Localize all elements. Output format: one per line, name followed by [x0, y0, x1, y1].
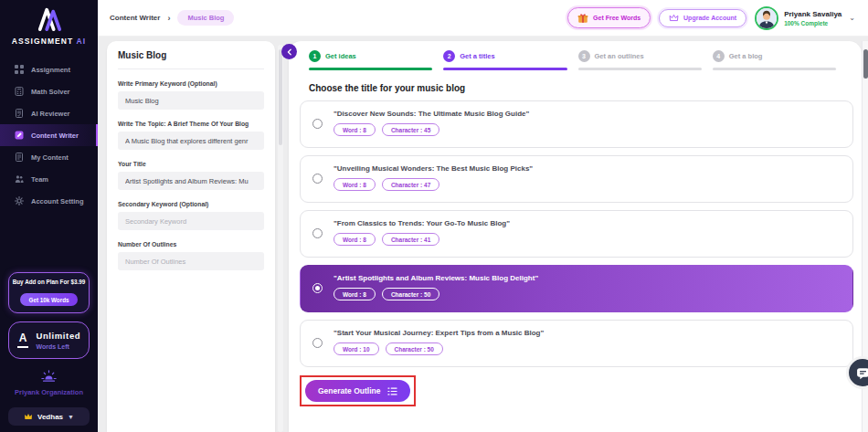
option-radio[interactable]	[312, 119, 323, 129]
chevron-right-icon: ›	[167, 14, 170, 23]
main-column: Content Writer › Music Blog Get Free Wor…	[98, 0, 868, 432]
step-label: Get a blog	[729, 52, 763, 60]
annotation-highlight-box: Generate Outline	[300, 375, 416, 406]
step-progress-bar	[578, 68, 702, 70]
user-avatar	[755, 6, 778, 30]
breadcrumb-music-blog[interactable]: Music Blog	[177, 10, 234, 26]
assignment-icon	[15, 65, 24, 74]
app-logo: ASSIGNMENT AI	[0, 0, 98, 46]
sidebar-item-my-content[interactable]: My Content	[0, 146, 98, 168]
words-left-card: A Unlimited Words Left	[8, 321, 90, 359]
chevron-left-icon	[286, 48, 293, 56]
step-get-outlines[interactable]: 3 Get an outlines	[578, 50, 713, 70]
document-icon	[15, 153, 24, 162]
pen-icon	[15, 131, 24, 140]
blog-form-panel: Music Blog Write Primary Keyword (Option…	[107, 41, 275, 432]
step-get-titles[interactable]: 2 Get a titles	[443, 50, 577, 70]
step-number: 2	[443, 50, 455, 62]
gift-icon	[577, 13, 588, 24]
character-count-badge: Character : 50	[386, 342, 443, 355]
your-title-input[interactable]	[118, 172, 264, 190]
word-count-badge: Word : 8	[333, 178, 376, 191]
sidebar-nav: Assignment Math Solver AI Reviewer Conte…	[0, 58, 98, 212]
top-header: Content Writer › Music Blog Get Free Wor…	[98, 0, 868, 37]
person-avatar-icon	[757, 8, 777, 28]
chat-bubble-icon	[856, 366, 868, 380]
outlines-count-input[interactable]	[118, 252, 264, 270]
title-options-list: "Discover New Sounds: The Ultimate Music…	[289, 100, 862, 367]
user-menu[interactable]: Priyank Savaliya 100% Complete ⌄	[755, 6, 855, 30]
option-radio[interactable]	[312, 228, 323, 238]
breadcrumb-content-writer[interactable]: Content Writer	[110, 14, 160, 22]
crown-icon	[24, 413, 33, 420]
secondary-keyword-input[interactable]	[118, 212, 264, 230]
option-radio[interactable]	[312, 174, 323, 184]
gear-icon	[15, 196, 24, 205]
option-title: "From Classics to Trends: Your Go-To Mus…	[333, 219, 843, 227]
sidebar-item-assignment[interactable]: Assignment	[0, 58, 98, 80]
main-scrollbar-thumb[interactable]	[863, 49, 868, 79]
word-count-badge: Word : 8	[333, 123, 376, 136]
your-title-label: Your Title	[118, 161, 264, 167]
sidebar-item-content-writer[interactable]: Content Writer	[0, 124, 98, 146]
word-count-badge: Word : 10	[333, 342, 379, 355]
get-free-words-button[interactable]: Get Free Words	[567, 7, 651, 28]
word-count-badge: Word : 8	[333, 233, 376, 246]
sidebar-item-label: Account Setting	[31, 197, 84, 205]
people-icon	[15, 174, 24, 184]
upgrade-account-button[interactable]: Upgrade Account	[659, 9, 746, 27]
sidebar: ASSIGNMENT AI Assignment Math Solver AI …	[0, 0, 98, 432]
step-progress-bar	[309, 68, 432, 70]
step-get-ideas[interactable]: 1 Get ideas	[309, 50, 443, 70]
title-option-1[interactable]: "Discover New Sounds: The Ultimate Music…	[300, 100, 853, 148]
profile-progress: 100% Complete	[784, 20, 842, 26]
get-10k-words-button[interactable]: Get 10k Words	[20, 293, 79, 306]
word-count-badge: Word : 8	[333, 288, 376, 300]
addon-plan-title: Buy Add on Plan For $3.99	[12, 279, 86, 285]
secondary-keyword-label: Secondary Keyword (Optional)	[118, 201, 264, 207]
app-root: ASSIGNMENT AI Assignment Math Solver AI …	[0, 0, 868, 432]
option-title: "Discover New Sounds: The Ultimate Music…	[333, 110, 843, 118]
title-option-4-selected[interactable]: "Artist Spotlights and Album Reviews: Mu…	[300, 265, 853, 312]
sidebar-item-label: AI Reviewer	[31, 110, 70, 118]
sidebar-item-account-setting[interactable]: Account Setting	[0, 190, 98, 212]
title-selection-panel: 1 Get ideas 2 Get a titles	[289, 41, 862, 432]
workspace-selector[interactable]: Vedhas ▼	[8, 407, 90, 426]
plan-subtitle: Words Left	[36, 343, 80, 350]
breadcrumb: Content Writer › Music Blog	[110, 10, 234, 26]
calculator-icon	[15, 87, 24, 96]
character-count-badge: Character : 47	[382, 178, 439, 191]
title-option-2[interactable]: "Unveiling Musical Wonders: The Best Mus…	[300, 155, 853, 203]
chevron-down-icon: ⌄	[849, 14, 855, 22]
character-count-badge: Character : 41	[382, 233, 439, 246]
title-option-5[interactable]: "Start Your Musical Journey: Expert Tips…	[300, 320, 853, 367]
user-info: Priyank Savaliya 100% Complete	[784, 10, 842, 26]
option-title: "Unveiling Musical Wonders: The Best Mus…	[333, 164, 843, 173]
sidebar-item-ai-reviewer[interactable]: AI Reviewer	[0, 102, 98, 124]
generate-outline-button[interactable]: Generate Outline	[305, 380, 410, 402]
sunrise-icon	[41, 370, 57, 382]
plan-title: Unlimited	[36, 331, 80, 341]
step-progress-bar	[443, 68, 566, 70]
topic-input[interactable]	[118, 132, 264, 150]
primary-keyword-input[interactable]	[118, 91, 264, 110]
sidebar-item-label: Content Writer	[31, 132, 79, 140]
plan-logo-icon: A	[17, 332, 29, 347]
crown-outline-icon	[669, 14, 679, 22]
option-radio-selected[interactable]	[312, 283, 323, 293]
step-label: Get an outlines	[595, 52, 644, 60]
step-get-blog[interactable]: 4 Get a blog	[713, 50, 847, 70]
organization-name: Priyank Organization	[8, 388, 90, 396]
form-scrollbar-thumb[interactable]	[279, 49, 282, 145]
sidebar-item-label: Assignment	[31, 66, 70, 74]
option-radio[interactable]	[312, 338, 323, 348]
character-count-badge: Character : 45	[382, 123, 439, 136]
user-name: Priyank Savaliya	[784, 10, 842, 18]
sidebar-item-math-solver[interactable]: Math Solver	[0, 80, 98, 102]
topic-label: Write The Topic: A Brief Theme Of Your B…	[118, 121, 264, 127]
sidebar-item-team[interactable]: Team	[0, 168, 98, 190]
sidebar-item-label: My Content	[31, 153, 69, 162]
back-button[interactable]	[281, 44, 297, 59]
title-option-3[interactable]: "From Classics to Trends: Your Go-To Mus…	[300, 210, 853, 258]
wizard-stepper: 1 Get ideas 2 Get a titles	[289, 41, 862, 70]
